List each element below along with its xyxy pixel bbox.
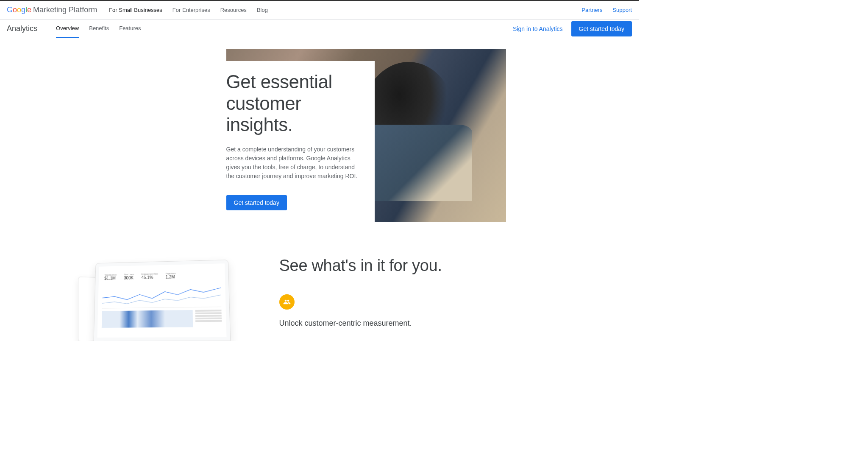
get-started-button-header[interactable]: Get started today — [571, 21, 632, 36]
dashboard-screen: Total revenue$1.1M New Users300K Engagem… — [97, 263, 226, 338]
signin-link[interactable]: Sign in to Analytics — [513, 25, 563, 32]
laptop-mockup: Total revenue$1.1M New Users300K Engagem… — [93, 260, 231, 341]
hero-title: Get essential customer insights. — [226, 71, 363, 136]
dashboard-stats: Total revenue$1.1M New Users300K Engagem… — [103, 271, 220, 281]
logo-suffix: Marketing Platform — [33, 6, 97, 14]
nav-enterprises[interactable]: For Enterprises — [172, 7, 210, 13]
stat-pageviews: Pageviews1.2M — [165, 272, 175, 279]
header-top-right: Partners Support — [581, 7, 632, 13]
hero-section: Get essential customer insights. Get a c… — [59, 49, 580, 222]
nav-small-businesses[interactable]: For Small Businesses — [109, 7, 162, 13]
link-support[interactable]: Support — [612, 7, 632, 13]
product-name: Analytics — [7, 24, 37, 33]
world-map-mini — [101, 310, 192, 328]
hero-card: Get essential customer insights. Get a c… — [226, 61, 375, 225]
hero-description: Get a complete understanding of your cus… — [226, 145, 362, 181]
stat-users: New Users300K — [124, 273, 134, 280]
benefits-image: Total revenue$1.1M New Users300K Engagem… — [76, 256, 254, 341]
header-top: Google Marketing Platform For Small Busi… — [0, 1, 639, 20]
link-partners[interactable]: Partners — [581, 7, 602, 13]
dashboard-chart — [102, 282, 221, 309]
nav-secondary: Overview Benefits Features — [56, 20, 141, 38]
benefits-text: See what's in it for you. Unlock custome… — [279, 256, 563, 341]
logo[interactable]: Google Marketing Platform — [7, 6, 97, 14]
stat-revenue: Total revenue$1.1M — [104, 274, 117, 281]
tab-features[interactable]: Features — [119, 20, 141, 38]
google-wordmark: Google — [7, 6, 31, 14]
benefits-section: Total revenue$1.1M New Users300K Engagem… — [59, 256, 580, 341]
dashboard-bottom — [101, 310, 222, 328]
nav-resources[interactable]: Resources — [220, 7, 247, 13]
header-sub: Analytics Overview Benefits Features Sig… — [0, 20, 639, 38]
list-mini — [195, 310, 222, 327]
tab-benefits[interactable]: Benefits — [89, 20, 109, 38]
nav-blog[interactable]: Blog — [257, 7, 268, 13]
subheader-right: Sign in to Analytics Get started today — [513, 21, 632, 36]
benefits-title: See what's in it for you. — [279, 256, 563, 276]
stat-engagement: Engagement Rate45.1% — [141, 273, 158, 280]
tab-overview[interactable]: Overview — [56, 20, 79, 38]
nav-primary: For Small Businesses For Enterprises Res… — [109, 7, 268, 13]
feature-title: Unlock customer-centric measurement. — [279, 319, 563, 328]
people-icon — [279, 294, 295, 310]
hero-cta-wrap: Get started today — [226, 195, 363, 210]
get-started-button-hero[interactable]: Get started today — [226, 195, 287, 210]
